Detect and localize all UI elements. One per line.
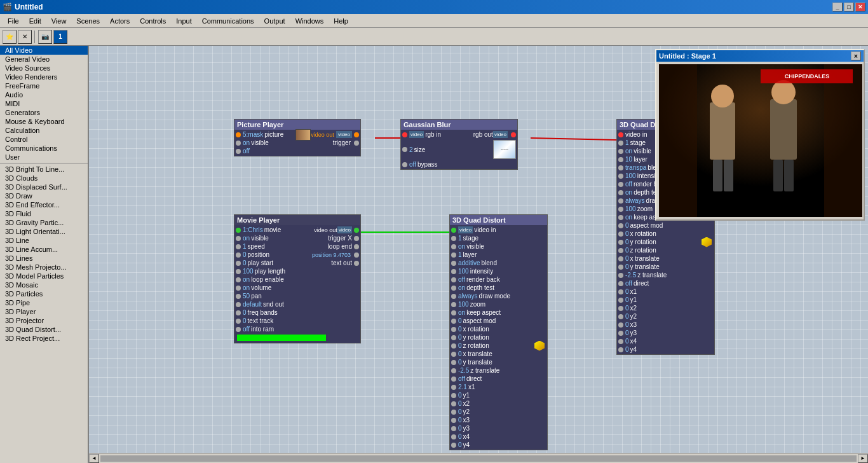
scroll-track[interactable] xyxy=(100,455,857,462)
sidebar-item-3d-light[interactable]: 3D Light Orientati... xyxy=(0,227,88,236)
sidebar-item-calculation[interactable]: Calculation xyxy=(0,126,88,135)
sidebar-item-3d-displaced[interactable]: 3D Displaced Surf... xyxy=(0,183,88,191)
p[interactable] xyxy=(354,252,359,258)
movie-player-node[interactable]: Movie Player 1:Chris movie video out vid… xyxy=(234,214,361,343)
sidebar-item-3d-rect[interactable]: 3D Rect Project... xyxy=(0,334,88,343)
sidebar-item-video-sources[interactable]: Video Sources xyxy=(0,64,88,73)
p[interactable] xyxy=(451,319,456,324)
sidebar-item-midi[interactable]: MIDI xyxy=(0,99,88,108)
port-picture-in[interactable] xyxy=(236,132,241,137)
p[interactable] xyxy=(236,269,241,274)
p[interactable] xyxy=(618,265,623,270)
sidebar-item-generators[interactable]: Generators xyxy=(0,108,88,117)
p[interactable] xyxy=(618,281,623,286)
p[interactable] xyxy=(618,273,623,278)
p[interactable] xyxy=(618,347,623,352)
p[interactable] xyxy=(451,302,456,307)
p[interactable] xyxy=(618,232,623,237)
p[interactable] xyxy=(354,236,359,241)
sidebar-item-all-video[interactable]: All Video xyxy=(0,46,88,55)
menu-input[interactable]: Input xyxy=(171,16,196,26)
p[interactable] xyxy=(618,298,623,303)
p[interactable] xyxy=(236,327,241,332)
sidebar-item-3d-particles[interactable]: 3D Particles xyxy=(0,289,88,298)
quad-distort-2-node[interactable]: 3D Quad Distort video video in 1stage on… xyxy=(449,214,548,450)
port-movie-video-out[interactable] xyxy=(354,228,359,233)
p[interactable] xyxy=(236,261,241,266)
p[interactable] xyxy=(236,302,241,307)
p[interactable] xyxy=(451,244,456,249)
p[interactable] xyxy=(451,360,456,365)
sidebar-item-3d-draw[interactable]: 3D Draw xyxy=(0,191,88,200)
p[interactable] xyxy=(451,269,456,274)
scroll-left-btn[interactable]: ◄ xyxy=(89,454,99,463)
port-videoout[interactable] xyxy=(354,132,359,137)
stage-close-button[interactable]: × xyxy=(851,52,861,60)
p[interactable] xyxy=(451,418,456,423)
p[interactable] xyxy=(451,327,456,332)
menu-file[interactable]: File xyxy=(3,16,24,26)
p[interactable] xyxy=(236,310,241,315)
port-qd2-video-in[interactable] xyxy=(451,228,456,233)
p[interactable] xyxy=(236,244,241,249)
p[interactable] xyxy=(236,319,241,324)
p[interactable] xyxy=(354,261,359,266)
sidebar-item-general-video[interactable]: General Video xyxy=(0,55,88,64)
p[interactable] xyxy=(451,352,456,357)
port-rgb-out[interactable] xyxy=(511,132,516,137)
p[interactable] xyxy=(618,256,623,261)
p[interactable] xyxy=(236,252,241,258)
p[interactable] xyxy=(618,215,623,220)
p[interactable] xyxy=(451,377,456,382)
canvas-area[interactable]: Picture Player 5:mask picture video out … xyxy=(89,46,868,463)
p[interactable] xyxy=(451,426,456,431)
p[interactable] xyxy=(618,248,623,253)
menu-view[interactable]: View xyxy=(46,16,72,26)
close-button[interactable]: ✕ xyxy=(855,3,865,11)
p[interactable] xyxy=(618,322,623,328)
sidebar-item-3d-player[interactable]: 3D Player xyxy=(0,307,88,316)
sidebar-item-control[interactable]: Control xyxy=(0,135,88,144)
p[interactable] xyxy=(451,385,456,390)
p[interactable] xyxy=(451,368,456,373)
menu-communications[interactable]: Communications xyxy=(197,16,259,26)
p[interactable] xyxy=(354,244,359,249)
p[interactable] xyxy=(236,286,241,291)
p[interactable] xyxy=(618,240,623,245)
maximize-button[interactable]: □ xyxy=(844,3,854,11)
p[interactable] xyxy=(618,314,623,319)
sidebar-item-3d-gravity[interactable]: 3D Gravity Partic... xyxy=(0,218,88,227)
p[interactable] xyxy=(451,277,456,282)
p[interactable] xyxy=(451,294,456,299)
p[interactable] xyxy=(451,310,456,315)
p[interactable] xyxy=(618,182,623,187)
p[interactable] xyxy=(451,286,456,291)
port-bypass-in[interactable] xyxy=(402,162,407,167)
p[interactable] xyxy=(618,207,623,212)
sidebar-item-video-renderers[interactable]: Video Renderers xyxy=(0,73,88,81)
gaussian-blur-node[interactable]: Gaussian Blur video rgb in rgb out video… xyxy=(400,119,518,170)
sidebar-item-3d-bright[interactable]: 3D Bright To Line... xyxy=(0,165,88,174)
scroll-right-btn[interactable]: ► xyxy=(858,454,868,463)
menu-scenes[interactable]: Scenes xyxy=(71,16,105,26)
p[interactable] xyxy=(451,335,456,340)
p[interactable] xyxy=(451,393,456,398)
p[interactable] xyxy=(451,343,456,349)
p[interactable] xyxy=(451,236,456,241)
sidebar-item-3d-lines[interactable]: 3D Lines xyxy=(0,254,88,263)
p[interactable] xyxy=(451,434,456,439)
sidebar-item-3d-mosaic[interactable]: 3D Mosaic xyxy=(0,280,88,289)
p[interactable] xyxy=(618,289,623,294)
port-rgb-in-l[interactable] xyxy=(402,132,407,137)
p[interactable] xyxy=(236,294,241,299)
p[interactable] xyxy=(451,252,456,258)
sidebar-item-audio[interactable]: Audio xyxy=(0,90,88,99)
p[interactable] xyxy=(618,198,623,204)
sidebar-item-communications[interactable]: Communications xyxy=(0,144,88,153)
p[interactable] xyxy=(618,331,623,336)
port-size-in[interactable] xyxy=(402,147,407,152)
sidebar-item-3d-mesh[interactable]: 3D Mesh Projecto... xyxy=(0,263,88,272)
p[interactable] xyxy=(451,410,456,415)
sidebar-item-3d-line[interactable]: 3D Line xyxy=(0,236,88,245)
p[interactable] xyxy=(618,190,623,195)
